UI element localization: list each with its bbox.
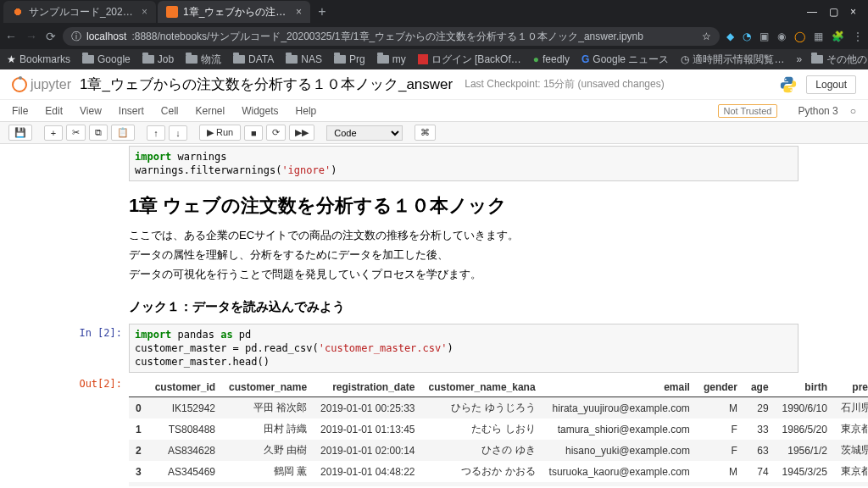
jupyter-icon xyxy=(12,77,27,92)
bookmark-item[interactable]: GGoogle ニュース xyxy=(581,53,669,67)
code-cell[interactable]: import warningswarnings.filterwarnings('… xyxy=(70,146,798,181)
menu-widgets[interactable]: Widgets xyxy=(242,105,278,117)
menu-icon[interactable]: ⋮ xyxy=(853,30,863,42)
site-icon xyxy=(418,54,428,64)
menu-file[interactable]: File xyxy=(12,105,28,117)
svg-point-1 xyxy=(791,89,793,91)
jupyter-logo[interactable]: jupyter xyxy=(12,77,71,92)
browser-tab[interactable]: サンプルコード_20200325/1章 × xyxy=(3,1,156,23)
dataframe-table: customer_idcustomer_nameregistration_dat… xyxy=(129,378,868,486)
command-palette-button[interactable]: ⌘ xyxy=(415,125,436,141)
move-down-button[interactable]: ↓ xyxy=(169,125,187,141)
bookmark-item[interactable]: ◷適時開示情報閲覧… xyxy=(681,53,784,67)
menu-edit[interactable]: Edit xyxy=(45,105,63,117)
menu-insert[interactable]: Insert xyxy=(119,105,144,117)
browser-tab-active[interactable]: 1章_ウェブからの注文数を分… × xyxy=(158,1,310,23)
bookmark-folder[interactable]: my xyxy=(377,53,406,65)
heading-3: ノック１：データを読み込んでみよう xyxy=(129,299,790,315)
tab-title: 1章_ウェブからの注文数を分… xyxy=(183,5,287,19)
svg-point-0 xyxy=(785,78,787,80)
maximize-icon[interactable]: ▢ xyxy=(829,6,838,18)
notebook-title[interactable]: 1章_ウェブからの注文数を分析する１０本ノック_answer xyxy=(80,75,453,94)
restart-button[interactable]: ⟳ xyxy=(266,125,286,141)
move-up-button[interactable]: ↑ xyxy=(147,125,165,141)
restart-run-all-button[interactable]: ▶▶ xyxy=(289,125,314,141)
close-icon[interactable]: × xyxy=(296,6,302,18)
bookmark-folder[interactable]: Google xyxy=(82,53,131,65)
output-area: customer_idcustomer_nameregistration_dat… xyxy=(129,374,868,486)
minimize-icon[interactable]: — xyxy=(807,6,817,18)
bookmark-folder[interactable]: 物流 xyxy=(186,53,221,67)
tab-strip: サンプルコード_20200325/1章 × 1章_ウェブからの注文数を分… × … xyxy=(0,0,868,24)
bookmark-folder[interactable]: Job xyxy=(142,53,174,65)
cut-button[interactable]: ✂ xyxy=(66,125,86,141)
folder-icon xyxy=(186,55,198,64)
ext-icon[interactable]: 🧩 xyxy=(832,30,844,42)
kernel-name[interactable]: Python 3 xyxy=(789,105,837,117)
heading-1: 1章 ウェブの注文数を分析する１０本ノック xyxy=(129,193,790,219)
code-input[interactable]: import warningswarnings.filterwarnings('… xyxy=(129,146,798,181)
ext-icon[interactable]: ▣ xyxy=(760,30,769,42)
bookmark-item[interactable]: ●feedly xyxy=(533,53,570,65)
markdown-cell[interactable]: 1章 ウェブの注文数を分析する１０本ノック ここでは、ある企業のECサイトでの商… xyxy=(70,193,798,314)
paragraph: ここでは、ある企業のECサイトでの商品の注文数の推移を分析していきます。 xyxy=(129,227,790,245)
logout-button[interactable]: Logout xyxy=(806,75,856,94)
folder-icon xyxy=(82,55,94,64)
copy-button[interactable]: ⧉ xyxy=(89,125,108,141)
back-icon[interactable]: ← xyxy=(5,30,17,43)
ext-icon[interactable]: ◉ xyxy=(777,30,786,42)
bookmark-item[interactable]: ログイン [BackOf… xyxy=(418,53,521,67)
feedly-icon: ● xyxy=(533,53,539,65)
menu-view[interactable]: View xyxy=(80,105,102,117)
menu-help[interactable]: Help xyxy=(296,105,317,117)
save-button[interactable]: 💾 xyxy=(8,125,32,141)
code-input[interactable]: import pandas as pdcustomer_master = pd.… xyxy=(129,324,798,374)
bookmark-star-icon[interactable]: ☆ xyxy=(702,30,711,42)
clock-icon: ◷ xyxy=(681,53,689,65)
python-logo-icon xyxy=(779,75,798,94)
checkpoint-text: Last Checkpoint: 15分前 (unsaved changes) xyxy=(465,77,664,92)
menu-kernel[interactable]: Kernel xyxy=(196,105,225,117)
notebook-body: import warningswarnings.filterwarnings('… xyxy=(0,144,868,486)
run-button[interactable]: ▶ Run xyxy=(199,125,241,141)
menu-cell[interactable]: Cell xyxy=(161,105,179,117)
site-info-icon[interactable]: ⓘ xyxy=(71,30,81,44)
bookmarks-overflow[interactable]: » その他のブックマーク xyxy=(796,53,868,67)
input-prompt xyxy=(70,146,129,181)
input-prompt: In [2]: xyxy=(70,324,129,374)
toolbar: 💾 + ✂ ⧉ 📋 ↑ ↓ ▶ Run ■ ⟳ ▶▶ Code ⌘ xyxy=(0,122,868,144)
ext-icon[interactable]: ◯ xyxy=(794,30,805,42)
bookmark-folder[interactable]: Prg xyxy=(334,53,365,65)
bookmark-item[interactable]: ★Bookmarks xyxy=(7,53,70,65)
forward-icon[interactable]: → xyxy=(25,30,37,43)
ext-icon[interactable]: ◆ xyxy=(726,30,734,42)
new-tab-button[interactable]: + xyxy=(312,4,332,19)
reload-icon[interactable]: ⟳ xyxy=(46,30,56,43)
bookmark-folder[interactable]: NAS xyxy=(286,53,322,65)
paragraph: データの属性を理解し、分析をするためにデータを加工した後、 xyxy=(129,247,790,264)
folder-icon xyxy=(334,55,346,64)
folder-icon xyxy=(142,55,154,64)
trust-badge[interactable]: Not Trusted xyxy=(718,104,778,118)
menubar: File Edit View Insert Cell Kernel Widget… xyxy=(0,100,868,122)
output-cell: Out[2]: customer_idcustomer_nameregistra… xyxy=(70,374,798,486)
ext-icon[interactable]: ▦ xyxy=(814,30,823,42)
close-icon[interactable]: × xyxy=(142,6,147,18)
add-cell-button[interactable]: + xyxy=(44,125,63,141)
bookmark-folder[interactable]: DATA xyxy=(233,53,274,65)
folder-icon xyxy=(286,55,298,64)
extensions: ◆ ◔ ▣ ◉ ◯ ▦ 🧩 ⋮ xyxy=(726,30,863,42)
ext-icon[interactable]: ◔ xyxy=(743,30,751,42)
celltype-select[interactable]: Code xyxy=(326,125,403,141)
address-bar[interactable]: ⓘ localhost:8888/notebooks/サンプルコード_20200… xyxy=(63,27,720,46)
close-window-icon[interactable]: × xyxy=(850,6,856,18)
interrupt-button[interactable]: ■ xyxy=(244,125,263,141)
code-cell[interactable]: In [2]: import pandas as pdcustomer_mast… xyxy=(70,324,798,374)
bookmarks-bar: ★Bookmarks Google Job 物流 DATA NAS Prg my… xyxy=(0,49,868,69)
window-controls: — ▢ × xyxy=(807,6,865,18)
paste-button[interactable]: 📋 xyxy=(111,125,135,141)
browser-chrome: サンプルコード_20200325/1章 × 1章_ウェブからの注文数を分… × … xyxy=(0,0,868,69)
jupyter-favicon xyxy=(12,6,24,18)
folder-icon xyxy=(811,55,823,64)
jupyter-header: jupyter 1章_ウェブからの注文数を分析する１０本ノック_answer L… xyxy=(0,69,868,100)
